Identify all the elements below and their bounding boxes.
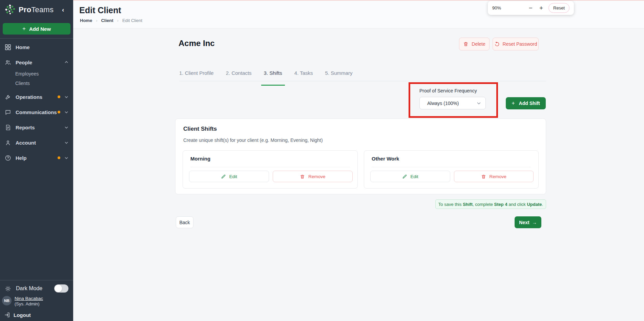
breadcrumb: Home › Client › Edit Client: [80, 18, 142, 23]
zoom-in-button[interactable]: +: [539, 5, 543, 11]
sidebar-item-employees[interactable]: Employees: [15, 70, 39, 78]
chevron-down-icon: [64, 110, 68, 114]
user-name[interactable]: Nina Bacabac: [15, 296, 43, 301]
sidebar-item-home[interactable]: Home: [0, 42, 73, 52]
arrow-right-icon: →: [532, 220, 537, 225]
chat-icon: [5, 109, 11, 115]
divider: [372, 167, 531, 167]
sidebar-item-account[interactable]: Account: [0, 137, 73, 148]
document-icon: [5, 124, 11, 131]
pencil-icon: [221, 174, 226, 179]
sun-icon: [5, 285, 11, 292]
proof-of-service-select[interactable]: Always (100%): [419, 97, 486, 109]
shift-name: Other Work: [372, 156, 399, 162]
user-profile[interactable]: NB Nina Bacabac (Sys. Admin): [2, 296, 43, 307]
remove-shift-button[interactable]: Remove: [273, 171, 353, 182]
chevron-up-icon: [64, 60, 68, 64]
sidebar-item-communications[interactable]: Communications: [0, 107, 73, 117]
reset-rotate-icon: [494, 41, 500, 47]
tab-shifts[interactable]: 3. Shifts: [264, 70, 282, 81]
reset-password-button[interactable]: Reset Password: [493, 38, 539, 50]
sidebar-collapse-icon[interactable]: ‹: [62, 6, 64, 14]
pencil-icon: [402, 174, 407, 179]
dark-mode-row: Dark Mode: [0, 283, 73, 294]
people-icon: [5, 59, 11, 66]
red-annotation-box: Proof of Service Frequency Always (100%): [409, 82, 498, 118]
client-shifts-card: Client Shifts Create unique shift(s) for…: [175, 119, 546, 194]
add-shift-button[interactable]: + Add Shift: [506, 97, 546, 109]
chevron-down-icon: [64, 125, 68, 129]
tab-summary[interactable]: 5. Summary: [325, 70, 353, 81]
dark-mode-label: Dark Mode: [16, 285, 54, 292]
tab-client-profile[interactable]: 1. Client Profile: [179, 70, 214, 81]
logout-icon: [4, 312, 10, 318]
delete-button[interactable]: Delete: [459, 38, 490, 50]
logo-cluster-icon: [5, 4, 16, 15]
breadcrumb-separator: ›: [117, 18, 119, 23]
edit-shift-button[interactable]: Edit: [189, 171, 269, 182]
zoom-reset-button[interactable]: Reset: [548, 3, 569, 13]
proof-of-service-label: Proof of Service Frequency: [419, 88, 477, 93]
edit-shift-button[interactable]: Edit: [370, 171, 450, 182]
tab-tasks[interactable]: 4. Tasks: [294, 70, 313, 81]
trash-icon: [463, 41, 469, 47]
browser-zoom-widget: 90% − + Reset: [488, 1, 574, 15]
shift-name: Morning: [190, 156, 210, 162]
divider: [190, 167, 350, 167]
back-button[interactable]: Back: [176, 216, 193, 228]
notification-dot: [58, 111, 60, 113]
page-title: Edit Client: [79, 5, 121, 15]
sidebar: ProTeams ‹ + Add New Home People Employe…: [0, 0, 73, 321]
breadcrumb-separator: ›: [96, 18, 97, 23]
trash-icon: [481, 174, 486, 179]
chevron-down-icon: [477, 101, 481, 105]
dark-mode-toggle[interactable]: [54, 284, 68, 293]
grid-icon: [5, 44, 11, 50]
plus-icon: +: [512, 100, 515, 106]
tab-contacts[interactable]: 2. Contacts: [226, 70, 252, 81]
zoom-out-button[interactable]: −: [529, 5, 533, 11]
client-edit-tabs: 1. Client Profile 2. Contacts 3. Shifts …: [179, 70, 546, 81]
save-shift-notice: To save this Shift, complete Step 4 and …: [435, 199, 546, 209]
remove-shift-button[interactable]: Remove: [454, 171, 534, 182]
app-logo: ProTeams: [5, 4, 54, 15]
sidebar-item-people[interactable]: People: [0, 57, 73, 67]
add-new-button[interactable]: + Add New: [3, 23, 70, 35]
plus-icon: +: [22, 25, 26, 32]
page-top-accent-line: [73, 0, 644, 1]
shift-card-morning: Morning Edit Remove: [183, 150, 358, 189]
person-icon: [5, 140, 11, 146]
sidebar-item-reports[interactable]: Reports: [0, 122, 73, 132]
breadcrumb-client[interactable]: Client: [101, 18, 113, 23]
sidebar-item-clients[interactable]: Clients: [15, 79, 30, 87]
avatar: NB: [2, 296, 12, 305]
sidebar-item-help[interactable]: Help: [0, 153, 73, 163]
sidebar-divider: [0, 38, 73, 39]
logout-button[interactable]: Logout: [0, 310, 73, 320]
app-name: ProTeams: [19, 5, 54, 14]
wrench-icon: [5, 94, 11, 100]
next-button[interactable]: Next →: [515, 216, 541, 228]
user-role: (Sys. Admin): [15, 301, 43, 307]
sidebar-item-operations[interactable]: Operations: [0, 92, 73, 102]
shift-card-other-work: Other Work Edit Remove: [364, 150, 539, 189]
notification-dot: [58, 95, 60, 98]
sidebar-divider: [0, 280, 73, 280]
client-shifts-title: Client Shifts: [183, 126, 217, 132]
breadcrumb-home[interactable]: Home: [80, 18, 92, 23]
question-icon: [5, 155, 11, 161]
chevron-down-icon: [64, 156, 68, 160]
chevron-down-icon: [64, 141, 68, 145]
breadcrumb-current: Edit Client: [122, 18, 142, 23]
toggle-knob: [55, 285, 62, 292]
chevron-down-icon: [64, 95, 68, 99]
trash-icon: [300, 174, 305, 179]
zoom-level: 90%: [492, 5, 501, 10]
notification-dot: [58, 156, 60, 159]
client-name-heading: Acme Inc: [179, 39, 215, 48]
proof-of-service-value: Always (100%): [420, 101, 459, 106]
client-shifts-subtitle: Create unique shift(s) for your client (…: [183, 137, 323, 143]
